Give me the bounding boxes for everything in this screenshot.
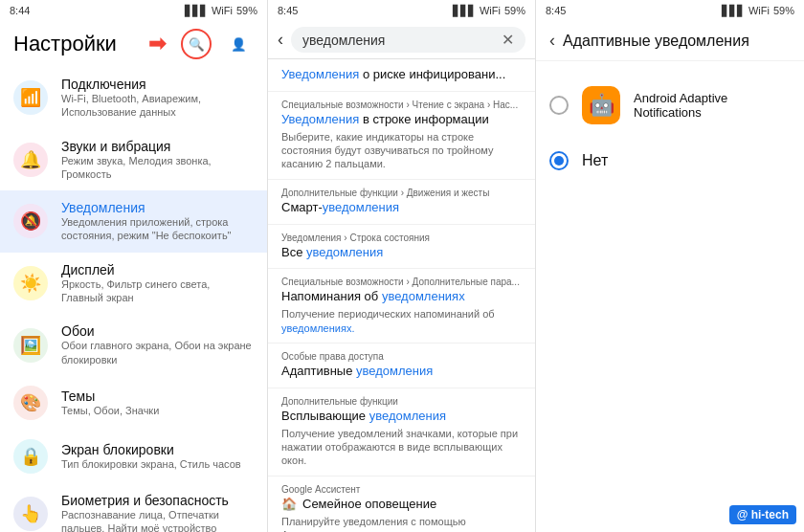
settings-item-subtitle-themes: Темы, Обои, Значки: [61, 404, 159, 417]
settings-item-biometrics[interactable]: 👆 Биометрия и безопасность Распознавание…: [0, 483, 267, 532]
settings-item-sounds[interactable]: 🔔 Звуки и вибрация Режим звука, Мелодия …: [0, 129, 267, 191]
status-bar-2: 8:45 ▋▋▋ WiFi 59%: [268, 0, 535, 21]
result-breadcrumb-7: Google Ассистент: [281, 484, 522, 495]
settings-item-title-lockscreen: Экран блокировки: [61, 442, 241, 457]
result-breadcrumb-2: Дополнительные функции › Движения и жест…: [281, 188, 522, 198]
search-input-wrapper[interactable]: ✕: [291, 27, 525, 53]
settings-header: Настройки ➡ 🔍 👤: [0, 21, 267, 67]
settings-item-notifications[interactable]: 🔕 Уведомления Уведомления приложений, ст…: [0, 190, 267, 253]
settings-item-subtitle-sounds: Режим звука, Мелодия звонка, Громкость: [61, 154, 254, 182]
adaptive-header: ‹ Адаптивные уведомления: [536, 21, 804, 61]
search-result-7[interactable]: Google Ассистент 🏠Семейное оповещение Пл…: [268, 477, 535, 532]
time-1: 8:44: [10, 5, 30, 16]
adaptive-back-button[interactable]: ‹: [549, 31, 555, 51]
result-home-icon-7: 🏠: [281, 497, 297, 511]
search-result-3[interactable]: Уведомления › Строка состояния Все уведо…: [268, 225, 535, 270]
result-desc-7: Планируйте уведомления с помощью Ассисте…: [281, 515, 522, 533]
search-input[interactable]: [302, 33, 502, 48]
result-title-before-6: Всплывающие: [281, 409, 369, 423]
search-result-0[interactable]: Уведомления о риске инфицировани...: [268, 59, 535, 92]
result-title-highlight-3: уведомления: [306, 245, 383, 259]
settings-item-text-biometrics: Биометрия и безопасность Распознавание л…: [61, 493, 254, 532]
settings-item-subtitle-display: Яркость, Фильтр синего света, Главный эк…: [61, 277, 254, 305]
status-bar-3: 8:45 ▋▋▋ WiFi 59%: [536, 0, 804, 21]
status-icons-1: ▋▋▋ WiFi 59%: [185, 5, 257, 17]
settings-item-icon-display: ☀️: [13, 266, 48, 300]
result-title-container-1: Уведомления в строке информации: [281, 112, 522, 128]
result-title-after-1: в строке информации: [359, 112, 488, 126]
settings-item-subtitle-connections: Wi-Fi, Bluetooth, Авиарежим, Использован…: [61, 92, 254, 120]
result-title-container-6: Всплывающие уведомления: [281, 409, 522, 425]
settings-item-text-connections: Подключения Wi-Fi, Bluetooth, Авиарежим,…: [61, 77, 254, 120]
result-title-highlight-0: Уведомления: [281, 67, 359, 81]
result-title-container-0: Уведомления о риске инфицировани...: [281, 67, 522, 83]
search-result-5[interactable]: Особые права доступа Адаптивные уведомле…: [268, 344, 535, 388]
radio-android-adaptive[interactable]: [549, 96, 569, 115]
radio-inner-none: [554, 156, 564, 166]
result-title-before-5: Адаптивные: [281, 364, 356, 378]
time-3: 8:45: [546, 5, 566, 16]
adaptive-item-name-none: Нет: [582, 152, 608, 169]
wifi-icon-2: WiFi: [480, 5, 501, 16]
adaptive-item-none[interactable]: Нет: [536, 138, 804, 184]
result-breadcrumb-3: Уведомления › Строка состояния: [281, 233, 522, 243]
result-title-highlight-4: уведомлениях: [382, 289, 465, 303]
result-title-before-4: Напоминания об: [281, 289, 382, 303]
settings-item-text-display: Дисплей Яркость, Фильтр синего света, Гл…: [61, 262, 254, 305]
search-button[interactable]: 🔍: [181, 29, 212, 59]
settings-item-subtitle-notifications: Уведомления приложений, строка состояния…: [61, 215, 254, 243]
search-results: Уведомления о риске инфицировани... Спец…: [268, 59, 535, 532]
settings-item-lockscreen[interactable]: 🔒 Экран блокировки Тип блокировки экрана…: [0, 430, 267, 483]
adaptive-item-android-adaptive[interactable]: 🤖Android Adaptive Notifications: [536, 73, 804, 138]
adaptive-list: 🤖Android Adaptive Notifications Нет: [536, 61, 804, 532]
settings-item-icon-sounds: 🔔: [13, 143, 48, 177]
battery-2: 59%: [504, 5, 525, 16]
search-header: ‹ ✕: [268, 21, 535, 59]
settings-item-wallpaper[interactable]: 🖼️ Обои Обои главного экрана, Обои на эк…: [0, 314, 267, 376]
settings-item-connections[interactable]: 📶 Подключения Wi-Fi, Bluetooth, Авиарежи…: [0, 67, 267, 129]
status-icons-3: ▋▋▋ WiFi 59%: [722, 5, 794, 17]
search-result-4[interactable]: Специальные возможности › Дополнительные…: [268, 269, 535, 343]
wifi-icon-1: WiFi: [212, 5, 233, 16]
radio-none[interactable]: [549, 151, 569, 170]
result-desc-4: Получение периодических напоминаний об у…: [281, 307, 522, 335]
result-title-before-3: Все: [281, 245, 306, 259]
settings-item-display[interactable]: ☀️ Дисплей Яркость, Фильтр синего света,…: [0, 253, 267, 315]
settings-item-title-connections: Подключения: [61, 77, 254, 92]
settings-item-icon-wallpaper: 🖼️: [13, 328, 48, 363]
result-breadcrumb-5: Особые права доступа: [281, 351, 522, 362]
result-desc-text-4: Получение периодических напоминаний об: [281, 308, 495, 320]
result-title-before-7: Семейное оповещение: [302, 497, 436, 511]
settings-item-text-wallpaper: Обои Обои главного экрана, Обои на экран…: [61, 323, 254, 366]
search-result-2[interactable]: Дополнительные функции › Движения и жест…: [268, 180, 535, 225]
watermark: @ hi-tech: [729, 505, 796, 524]
search-clear-button[interactable]: ✕: [502, 31, 514, 49]
result-title-container-2: Смарт-уведомления: [281, 200, 522, 216]
settings-item-subtitle-biometrics: Распознавание лица, Отпечатки пальцев, Н…: [61, 508, 254, 532]
result-title-container-4: Напоминания об уведомлениях: [281, 289, 522, 305]
result-title-highlight-2: уведомления: [323, 200, 399, 214]
red-arrow-indicator: ➡: [148, 32, 166, 56]
result-title-highlight-1: Уведомления: [281, 112, 359, 126]
settings-item-themes[interactable]: 🎨 Темы Темы, Обои, Значки: [0, 376, 267, 430]
settings-item-title-biometrics: Биометрия и безопасность: [61, 493, 254, 508]
search-back-button[interactable]: ‹: [278, 30, 283, 50]
status-icons-2: ▋▋▋ WiFi 59%: [453, 5, 525, 17]
time-2: 8:45: [278, 5, 298, 16]
avatar-icon: 👤: [231, 37, 247, 52]
adaptive-item-name-android-adaptive: Android Adaptive Notifications: [634, 91, 791, 120]
settings-item-title-themes: Темы: [61, 388, 159, 404]
search-result-1[interactable]: Специальные возможности › Чтение с экран…: [268, 92, 535, 180]
panel-search: 8:45 ▋▋▋ WiFi 59% ‹ ✕ Уведомления о риск…: [268, 0, 536, 532]
result-title-container-7: 🏠Семейное оповещение: [281, 497, 522, 513]
result-title-highlight-5: уведомления: [356, 364, 433, 378]
adaptive-item-text-android-adaptive: Android Adaptive Notifications: [634, 91, 791, 120]
search-result-6[interactable]: Дополнительные функции Всплывающие уведо…: [268, 388, 535, 477]
status-bar-1: 8:44 ▋▋▋ WiFi 59%: [0, 0, 267, 21]
panel-settings: 8:44 ▋▋▋ WiFi 59% Настройки ➡ 🔍 👤 📶 Подк…: [0, 0, 268, 532]
app-icon-android-adaptive: 🤖: [582, 86, 620, 124]
avatar-button[interactable]: 👤: [223, 29, 254, 59]
settings-item-title-display: Дисплей: [61, 262, 254, 277]
settings-item-title-wallpaper: Обои: [61, 323, 254, 339]
settings-item-icon-notifications: 🔕: [13, 204, 48, 238]
